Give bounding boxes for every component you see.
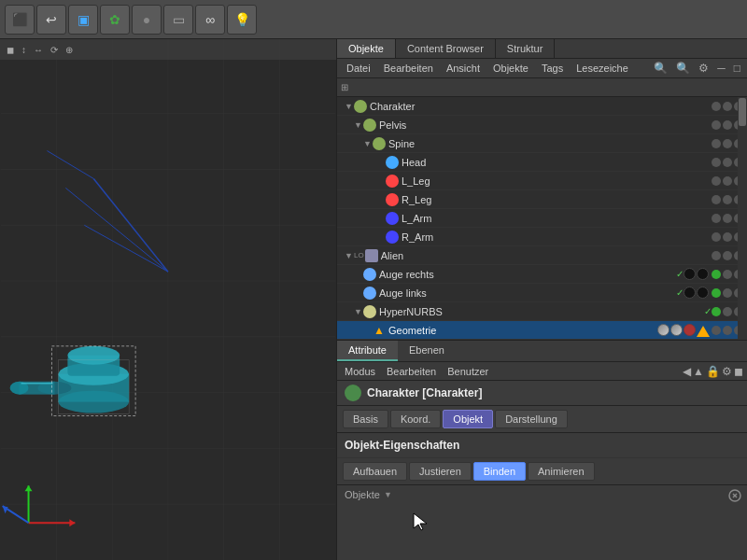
obj-name-label: Pelvis	[379, 119, 712, 131]
menu-datei[interactable]: Datei	[341, 61, 376, 76]
list-item[interactable]: ▼ LO Alien	[337, 246, 747, 265]
attr-benutzer[interactable]: Benutzer	[444, 365, 492, 378]
vp-menu-4[interactable]: ⟳	[48, 44, 61, 56]
obj-list-toolbar: ⊞	[337, 78, 747, 97]
obj-name-label: Alien	[381, 250, 712, 261]
dropdown-arrow[interactable]: ▼	[384, 490, 392, 499]
settings-icon[interactable]: ⚙	[696, 61, 712, 76]
minimize-icon[interactable]: ─	[714, 61, 728, 76]
obj-list-scrollbar[interactable]	[738, 97, 747, 340]
obj-type-icon	[386, 156, 399, 169]
menu-bar: Datei Bearbeiten Ansicht Objekte Tags Le…	[337, 59, 747, 78]
list-item[interactable]: Auge rechts ✓	[337, 265, 747, 284]
attr-modus[interactable]: Modus	[341, 365, 379, 378]
app: ⬛ ↩ ▣ ✿ ● ▭ ∞ 💡 ◼ ↕ ↔ ⟳ ⊕	[0, 0, 747, 560]
tab-attribute[interactable]: Attribute	[337, 341, 398, 361]
list-item[interactable]: R_Arm	[337, 228, 747, 246]
list-item[interactable]: R_Leg	[337, 190, 747, 209]
tool-infinite[interactable]: ∞	[195, 5, 225, 35]
list-item[interactable]: ▲ Geometrie	[337, 321, 747, 340]
obj-name-label: Geometrie	[388, 325, 657, 336]
attr-bearbeiten[interactable]: Bearbeiten	[383, 365, 440, 378]
tool-green[interactable]: ✿	[100, 5, 130, 35]
list-item[interactable]: Auge links ✓	[337, 284, 747, 302]
arrow-up[interactable]: ▲	[693, 365, 704, 378]
obj-name-label: R_Arm	[402, 231, 712, 243]
tab-content-browser[interactable]: Content Browser	[396, 39, 496, 58]
menu-lesezeiche[interactable]: Lesezeiche	[571, 61, 634, 76]
help-icon[interactable]: 🔍	[673, 61, 693, 76]
menu-objekte[interactable]: Objekte	[487, 61, 534, 76]
object-list[interactable]: ▼ Charakter ▼ Pelvis	[337, 97, 747, 340]
tool-select[interactable]: ⬛	[5, 5, 35, 35]
list-item[interactable]: ▼ Spine	[337, 134, 747, 153]
sub-tab-animieren[interactable]: Animieren	[528, 462, 595, 481]
tab-ebenen[interactable]: Ebenen	[398, 341, 456, 361]
maximize-icon[interactable]: □	[731, 61, 743, 76]
obj-type-icon	[386, 212, 399, 225]
scrollbar-thumb[interactable]	[739, 98, 746, 126]
list-item[interactable]: ▼ Pelvis	[337, 116, 747, 134]
prop-tab-koord[interactable]: Koord.	[390, 410, 441, 428]
prop-tab-objekt[interactable]: Objekt	[443, 410, 493, 428]
menu-ansicht[interactable]: Ansicht	[441, 61, 486, 76]
tool-sphere[interactable]: ●	[132, 5, 162, 35]
svg-marker-35	[414, 513, 427, 530]
attr-toolbar: Modus Bearbeiten Benutzer ◀ ▲ 🔒 ⚙ ◼	[337, 362, 747, 381]
viewport-toolbar: ◼ ↕ ↔ ⟳ ⊕	[0, 39, 336, 60]
sub-tab-binden[interactable]: Binden	[473, 462, 526, 481]
tool-undo[interactable]: ↩	[36, 5, 66, 35]
list-item[interactable]: L_Leg	[337, 172, 747, 190]
objects-text: Objekte	[345, 489, 380, 500]
list-item[interactable]: ▼ HyperNURBS ✓	[337, 302, 747, 321]
tool-cube[interactable]: ▣	[68, 5, 98, 35]
lock-icon[interactable]: 🔒	[706, 365, 720, 378]
cursor-indicator	[412, 511, 430, 536]
arrow-left[interactable]: ◀	[683, 365, 691, 378]
top-tabs: Objekte Content Browser Struktur	[337, 39, 747, 59]
panel-options-icon[interactable]	[728, 489, 741, 504]
expand-icon[interactable]: ▼	[363, 139, 373, 148]
sub-tab-justieren[interactable]: Justieren	[409, 462, 472, 481]
menu-tags[interactable]: Tags	[536, 61, 569, 76]
expand-icon[interactable]: ▼	[354, 307, 363, 316]
list-item[interactable]: Head	[337, 153, 747, 172]
settings-icon[interactable]: ⚙	[722, 365, 732, 378]
vp-menu-5[interactable]: ⊕	[63, 44, 76, 56]
tab-objekte[interactable]: Objekte	[337, 39, 396, 58]
right-panel: Objekte Content Browser Struktur Datei B…	[336, 39, 747, 560]
mat-sphere	[684, 324, 696, 336]
panel-icon[interactable]: ◼	[734, 365, 743, 378]
toolbar: ⬛ ↩ ▣ ✿ ● ▭ ∞ 💡	[0, 0, 747, 39]
props-content: Objekt-Eigenschaften Aufbauen Justieren …	[337, 433, 747, 560]
viewport-scene	[0, 39, 336, 560]
obj-name-label: L_Arm	[402, 213, 712, 224]
tool-light[interactable]: 💡	[227, 5, 257, 35]
search-area: 🔍 🔍 ⚙ ─ □	[651, 61, 743, 76]
viewport[interactable]: ◼ ↕ ↔ ⟳ ⊕	[0, 39, 336, 560]
svg-point-25	[67, 346, 120, 365]
obj-info: Charakter [Charakter]	[337, 381, 747, 406]
expand-icon[interactable]: ▼	[345, 102, 354, 111]
obj-type-icon	[386, 175, 399, 188]
obj-name-label: L_Leg	[402, 175, 712, 187]
expand-icon[interactable]: ▼	[354, 120, 363, 130]
vp-menu-2[interactable]: ↕	[19, 44, 29, 56]
list-item[interactable]: ▼ Charakter	[337, 97, 747, 116]
vp-menu-3[interactable]: ↔	[31, 44, 46, 56]
sub-tab-aufbauen[interactable]: Aufbauen	[343, 462, 407, 481]
obj-list-expand[interactable]: ⊞	[341, 82, 348, 92]
obj-name-label: HyperNURBS	[379, 306, 704, 317]
expand-icon[interactable]: ▼	[345, 251, 354, 260]
tool-plane[interactable]: ▭	[163, 5, 193, 35]
obj-type-icon	[365, 249, 378, 262]
search-icon[interactable]: 🔍	[651, 61, 670, 76]
menu-bearbeiten[interactable]: Bearbeiten	[378, 61, 439, 76]
prop-tab-basis[interactable]: Basis	[343, 410, 388, 428]
prop-tab-darstellung[interactable]: Darstellung	[495, 410, 568, 428]
objects-field-label: Objekte ▼	[345, 489, 740, 500]
vp-menu-1[interactable]: ◼	[4, 44, 17, 56]
tab-struktur[interactable]: Struktur	[496, 39, 556, 58]
obj-name-label: R_Leg	[402, 194, 712, 205]
list-item[interactable]: L_Arm	[337, 209, 747, 228]
